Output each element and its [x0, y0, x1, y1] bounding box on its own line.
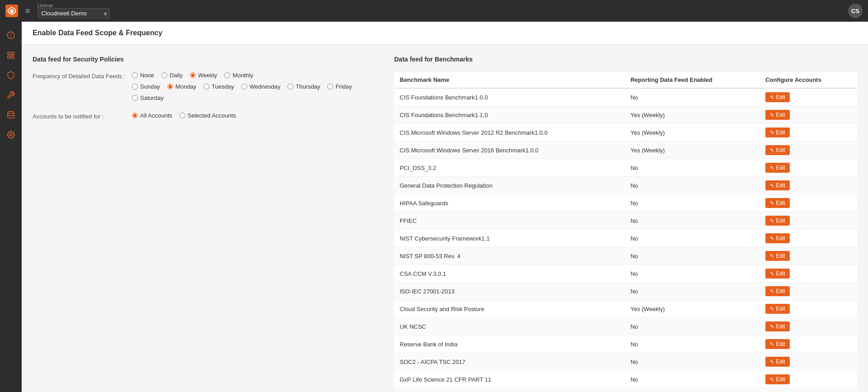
edit-button[interactable]: ✎Edit — [765, 92, 790, 102]
edit-button[interactable]: ✎Edit — [765, 163, 790, 173]
freq-monthly-radio[interactable] — [224, 72, 230, 78]
configure-cell: ✎Edit — [760, 335, 857, 353]
frequency-row: Frequency of Detailed Data Feeds : None … — [33, 72, 376, 101]
edit-button[interactable]: ✎Edit — [765, 198, 790, 208]
edit-icon: ✎ — [770, 130, 774, 136]
col-configure: Configure Accounts — [760, 72, 857, 88]
edit-label: Edit — [776, 129, 785, 136]
sidebar-item-shield[interactable] — [3, 67, 19, 83]
main-content: Enable Data Feed Scope & Frequency Data … — [22, 22, 868, 392]
sidebar-item-tools[interactable] — [3, 87, 19, 103]
freq-daily-label: Daily — [170, 72, 183, 79]
benchmark-name-cell: CSA CCM V.3.0.1 — [394, 265, 625, 283]
day-monday-radio[interactable] — [167, 84, 173, 90]
all-accounts-radio[interactable] — [132, 113, 138, 118]
content-area: Data feed for Security Policies Frequenc… — [22, 45, 868, 392]
day-wednesday-option[interactable]: Wednesday — [241, 83, 280, 90]
day-saturday-row: Saturday — [132, 94, 352, 101]
edit-button[interactable]: ✎Edit — [765, 233, 790, 243]
hamburger-menu-icon[interactable]: ≡ — [24, 5, 32, 18]
table-row: UK NCSCNo✎Edit — [394, 318, 857, 335]
configure-cell: ✎Edit — [760, 159, 857, 177]
freq-weekly-radio[interactable] — [190, 72, 196, 78]
edit-icon: ✎ — [770, 271, 774, 277]
edit-button[interactable]: ✎Edit — [765, 339, 790, 349]
edit-icon: ✎ — [770, 147, 774, 153]
benchmark-name-cell: Reserve Bank of India — [394, 335, 625, 353]
sidebar-item-stack[interactable] — [3, 47, 19, 63]
freq-daily-option[interactable]: Daily — [161, 72, 183, 79]
edit-label: Edit — [776, 323, 785, 330]
benchmark-name-cell: NIST Cybersecurity Framework1.1 — [394, 230, 625, 247]
edit-button[interactable]: ✎Edit — [765, 269, 790, 279]
day-sunday-option[interactable]: Sunday — [132, 83, 160, 90]
edit-button[interactable]: ✎Edit — [765, 321, 790, 331]
edit-label: Edit — [776, 94, 785, 100]
table-row: CIS Microsoft Windows Server 2016 Benchm… — [394, 142, 857, 159]
edit-icon: ✎ — [770, 200, 774, 206]
edit-button[interactable]: ✎Edit — [765, 180, 790, 190]
benchmark-name-cell: General Data Protection Regulation — [394, 177, 625, 194]
svg-rect-8 — [12, 56, 14, 58]
freq-monthly-option[interactable]: Monthly — [224, 72, 253, 79]
reporting-cell: Yes (Weekly) — [625, 124, 760, 142]
day-thursday-radio[interactable] — [288, 84, 293, 90]
edit-label: Edit — [776, 306, 785, 312]
edit-label: Edit — [776, 147, 785, 153]
user-avatar[interactable]: CS — [848, 4, 863, 18]
day-tuesday-radio[interactable] — [203, 84, 209, 90]
page-title: Enable Data Feed Scope & Frequency — [33, 29, 162, 37]
configure-cell: ✎Edit — [760, 371, 857, 388]
freq-daily-radio[interactable] — [161, 72, 167, 78]
edit-button[interactable]: ✎Edit — [765, 357, 790, 367]
benchmark-name-cell: SOC2 - AICPA TSC 2017 — [394, 353, 625, 371]
edit-button[interactable]: ✎Edit — [765, 374, 790, 384]
sidebar-item-notifications[interactable] — [3, 27, 19, 43]
col-reporting: Reporting Data Feed Enabled — [625, 72, 760, 88]
day-friday-radio[interactable] — [327, 84, 333, 90]
edit-button[interactable]: ✎Edit — [765, 286, 790, 296]
benchmark-name-cell: PCI_DSS_3.2 — [394, 159, 625, 177]
day-monday-option[interactable]: Monday — [167, 83, 196, 90]
svg-point-10 — [10, 134, 12, 136]
selected-accounts-option[interactable]: Selected Accounts — [179, 112, 236, 119]
freq-weekly-label: Weekly — [198, 72, 217, 79]
edit-label: Edit — [776, 112, 785, 118]
frequency-controls: None Daily Weekly — [132, 72, 352, 101]
freq-none-option[interactable]: None — [132, 72, 154, 79]
benchmark-name-cell: UK NCSC — [394, 318, 625, 335]
edit-button[interactable]: ✎Edit — [765, 251, 790, 261]
configure-cell: ✎Edit — [760, 300, 857, 318]
edit-icon: ✎ — [770, 324, 774, 330]
day-friday-option[interactable]: Friday — [327, 83, 352, 90]
day-sunday-radio[interactable] — [132, 84, 138, 90]
sidebar-item-database[interactable] — [3, 107, 19, 123]
edit-button[interactable]: ✎Edit — [765, 110, 790, 120]
day-wednesday-radio[interactable] — [241, 84, 247, 90]
edit-label: Edit — [776, 341, 785, 347]
edit-button[interactable]: ✎Edit — [765, 128, 790, 137]
license-dropdown[interactable]: Cloudneeti Demo — [38, 8, 110, 19]
day-thursday-option[interactable]: Thursday — [288, 83, 320, 90]
edit-button[interactable]: ✎Edit — [765, 145, 790, 155]
freq-weekly-option[interactable]: Weekly — [190, 72, 217, 79]
selected-accounts-radio[interactable] — [179, 113, 185, 118]
accounts-controls: All Accounts Selected Accounts — [132, 112, 236, 119]
freq-none-label: None — [140, 72, 154, 79]
day-saturday-radio[interactable] — [132, 95, 138, 101]
edit-button[interactable]: ✎Edit — [765, 304, 790, 314]
day-tuesday-option[interactable]: Tuesday — [203, 83, 234, 90]
reporting-cell: No — [625, 335, 760, 353]
edit-icon: ✎ — [770, 112, 774, 118]
day-wednesday-label: Wednesday — [250, 83, 280, 90]
day-saturday-option[interactable]: Saturday — [132, 94, 164, 101]
all-accounts-option[interactable]: All Accounts — [132, 112, 172, 119]
configure-cell: ✎Edit — [760, 230, 857, 247]
reporting-cell: No — [625, 88, 760, 106]
edit-button[interactable]: ✎Edit — [765, 216, 790, 226]
reporting-cell: No — [625, 177, 760, 194]
sidebar-item-settings[interactable] — [3, 127, 19, 143]
security-policies-title: Data feed for Security Policies — [33, 56, 376, 63]
table-row: GxP Life Science 21 CFR PART 11No✎Edit — [394, 371, 857, 388]
freq-none-radio[interactable] — [132, 72, 138, 78]
